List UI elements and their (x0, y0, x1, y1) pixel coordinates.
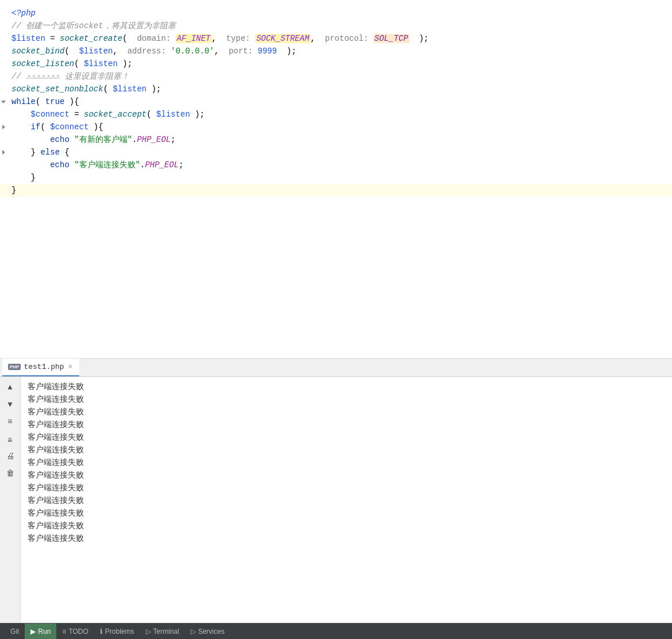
code-line-15: } (0, 184, 672, 197)
output-line-5: 客户端连接失败 (28, 444, 665, 456)
code-line-3: $listen = socket_create( domain: AF_INET… (0, 32, 672, 45)
code-editor: <?php// 创建一个监听socket，将其设置为非阻塞$listen = s… (0, 0, 672, 359)
git-label: Git (10, 628, 19, 636)
output-line-1: 客户端连接失败 (28, 393, 665, 406)
fold-triangle-down[interactable] (1, 101, 6, 103)
output-line-7: 客户端连接失败 (28, 469, 665, 482)
run-output[interactable]: 客户端连接失败客户端连接失败客户端连接失败客户端连接失败客户端连接失败客户端连接… (21, 377, 672, 623)
code-line-6: // ⚠️⚠️⚠️⚠️⚠️⚠️⚠️ 这里设置非阻塞！ (0, 70, 672, 83)
problems-label: Problems (105, 628, 134, 636)
run-tab-label: test1.php (24, 363, 64, 371)
fold-triangle-right[interactable] (2, 150, 5, 155)
fold-gutter-12[interactable] (0, 150, 7, 155)
line-content-6: // ⚠️⚠️⚠️⚠️⚠️⚠️⚠️ 这里设置非阻塞！ (7, 70, 129, 83)
status-item-todo[interactable]: ≡TODO (56, 623, 94, 639)
line-content-8: while( true ){ (7, 95, 79, 108)
output-line-2: 客户端连接失败 (28, 406, 665, 418)
code-line-10: if( $connect ){ (0, 121, 672, 133)
status-item-run[interactable]: ▶Run (25, 623, 56, 639)
run-panel: ▲ ▼ ≡ ⇊ 🖨 🗑 客户端连接失败客户端连接失败客户端连接失败客户端连接失败… (0, 377, 672, 623)
run-tab-close[interactable]: × (67, 363, 74, 371)
code-area: <?php// 创建一个监听socket，将其设置为非阻塞$listen = s… (0, 5, 672, 353)
status-item-problems[interactable]: ℹProblems (94, 623, 140, 639)
output-line-11: 客户端连接失败 (28, 519, 665, 532)
services-icon: ▷ (191, 628, 196, 636)
line-content-15: } (7, 184, 16, 197)
line-content-14: } (7, 171, 36, 184)
line-content-10: if( $connect ){ (7, 121, 103, 133)
line-content-12: } else { (7, 146, 69, 159)
fold-gutter-10[interactable] (0, 125, 7, 129)
align-icon[interactable]: ⇊ (3, 432, 17, 446)
output-line-12: 客户端连接失败 (28, 532, 665, 545)
wrap-text-icon[interactable]: ≡ (3, 415, 17, 429)
status-bar: Git▶Run≡TODOℹProblems▷Terminal▷Services (0, 623, 672, 639)
line-content-9: $connect = socket_accept( $listen ); (7, 108, 204, 121)
code-line-5: socket_listen( $listen ); (0, 57, 672, 70)
code-line-4: socket_bind( $listen, address: '0.0.0.0'… (0, 45, 672, 57)
line-content-3: $listen = socket_create( domain: AF_INET… (7, 32, 428, 45)
print-icon[interactable]: 🖨 (3, 449, 17, 463)
run-tab-test1[interactable]: PHP test1.php × (2, 359, 79, 376)
bottom-panel: PHP test1.php × ▲ ▼ ≡ ⇊ 🖨 🗑 客户端连接失败客户端连接… (0, 359, 672, 623)
delete-icon[interactable]: 🗑 (3, 467, 17, 480)
code-line-11: echo "有新的客户端".PHP_EOL; (0, 133, 672, 146)
todo-icon: ≡ (62, 628, 66, 636)
run-tabs: PHP test1.php × (0, 359, 672, 377)
line-content-1: <?php (7, 7, 36, 20)
services-label: Services (198, 628, 225, 636)
code-line-8: while( true ){ (0, 95, 672, 108)
line-content-2: // 创建一个监听socket，将其设置为非阻塞 (7, 20, 176, 32)
scroll-down-icon[interactable]: ▼ (3, 398, 17, 411)
status-item-services[interactable]: ▷Services (185, 623, 230, 639)
output-line-9: 客户端连接失败 (28, 494, 665, 507)
output-line-6: 客户端连接失败 (28, 456, 665, 469)
terminal-icon: ▷ (146, 628, 151, 636)
output-line-8: 客户端连接失败 (28, 482, 665, 494)
output-line-3: 客户端连接失败 (28, 418, 665, 431)
terminal-label: Terminal (153, 628, 179, 636)
code-line-13: echo "客户端连接失败".PHP_EOL; (0, 159, 672, 171)
status-item-git[interactable]: Git (5, 623, 25, 639)
line-content-5: socket_listen( $listen ); (7, 57, 132, 70)
line-content-7: socket_set_nonblock( $listen ); (7, 83, 161, 95)
scroll-up-icon[interactable]: ▲ (3, 380, 17, 394)
code-line-2: // 创建一个监听socket，将其设置为非阻塞 (0, 20, 672, 32)
fold-triangle-right[interactable] (2, 125, 5, 129)
status-item-terminal[interactable]: ▷Terminal (140, 623, 185, 639)
output-line-4: 客户端连接失败 (28, 431, 665, 444)
output-line-10: 客户端连接失败 (28, 507, 665, 519)
fold-gutter-8[interactable] (0, 101, 7, 103)
php-icon: PHP (8, 364, 21, 370)
run-icon: ▶ (30, 628, 36, 636)
problems-icon: ℹ (100, 628, 103, 636)
code-line-14: } (0, 171, 672, 184)
code-line-12: } else { (0, 146, 672, 159)
run-label: Run (38, 628, 51, 636)
code-line-9: $connect = socket_accept( $listen ); (0, 108, 672, 121)
code-line-7: socket_set_nonblock( $listen ); (0, 83, 672, 95)
run-toolbar: ▲ ▼ ≡ ⇊ 🖨 🗑 (0, 377, 21, 623)
line-content-4: socket_bind( $listen, address: '0.0.0.0'… (7, 45, 296, 57)
code-line-1: <?php (0, 7, 672, 20)
todo-label: TODO (68, 628, 88, 636)
output-line-0: 客户端连接失败 (28, 380, 665, 393)
line-content-13: echo "客户端连接失败".PHP_EOL; (7, 159, 184, 171)
line-content-11: echo "有新的客户端".PHP_EOL; (7, 133, 176, 146)
